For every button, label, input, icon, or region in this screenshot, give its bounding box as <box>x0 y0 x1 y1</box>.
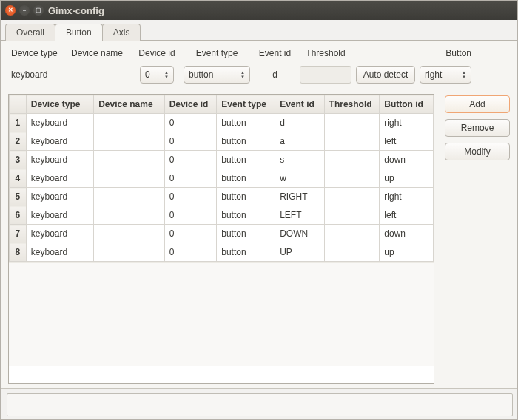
minimize-icon[interactable]: – <box>19 5 30 16</box>
col-event-type[interactable]: Event type <box>217 95 275 114</box>
cell-device-id[interactable]: 0 <box>164 114 217 132</box>
col-threshold[interactable]: Threshold <box>324 95 380 114</box>
cell-threshold[interactable] <box>324 243 380 262</box>
table-row[interactable]: 3keyboard0buttonsdown <box>10 151 434 169</box>
cell-threshold[interactable] <box>324 206 380 225</box>
cell-device-type[interactable]: keyboard <box>26 206 93 225</box>
cell-event-type[interactable]: button <box>217 225 275 243</box>
cell-event-type[interactable]: button <box>217 188 275 206</box>
tab-content: Device type Device name Device id Event … <box>1 41 517 388</box>
cell-device-type[interactable]: keyboard <box>26 188 93 206</box>
cell-event-id[interactable]: RIGHT <box>275 188 324 206</box>
row-number[interactable]: 7 <box>10 225 27 243</box>
cell-device-id[interactable]: 0 <box>164 151 217 169</box>
row-number[interactable]: 5 <box>10 188 27 206</box>
table-row[interactable]: 1keyboard0buttondright <box>10 114 434 132</box>
col-device-type[interactable]: Device type <box>26 95 93 114</box>
cell-button-id[interactable]: left <box>380 132 434 151</box>
cell-device-id[interactable]: 0 <box>164 243 217 262</box>
event-type-combo[interactable]: button ▲▼ <box>184 66 250 84</box>
cell-event-type[interactable]: button <box>217 169 275 188</box>
cell-event-id[interactable]: d <box>275 114 324 132</box>
cell-event-type[interactable]: button <box>217 206 275 225</box>
mapping-grid[interactable]: Device type Device name Device id Event … <box>8 94 434 384</box>
cell-button-id[interactable]: right <box>380 188 434 206</box>
cell-button-id[interactable]: left <box>380 206 434 225</box>
cell-threshold[interactable] <box>324 132 380 151</box>
cell-threshold[interactable] <box>324 151 380 169</box>
cell-device-id[interactable]: 0 <box>164 206 217 225</box>
cell-device-type[interactable]: keyboard <box>26 114 93 132</box>
cell-device-id[interactable]: 0 <box>164 169 217 188</box>
cell-device-type[interactable]: keyboard <box>26 132 93 151</box>
cell-threshold[interactable] <box>324 114 380 132</box>
cell-event-id[interactable]: s <box>275 151 324 169</box>
cell-event-id[interactable]: DOWN <box>275 225 324 243</box>
row-number[interactable]: 2 <box>10 132 27 151</box>
grid-corner <box>10 95 27 114</box>
label-button: Button <box>420 48 471 58</box>
event-id-value: d <box>255 70 295 80</box>
table-row[interactable]: 6keyboard0buttonLEFTleft <box>10 206 434 225</box>
cell-event-id[interactable]: w <box>275 169 324 188</box>
close-icon[interactable]: ✕ <box>5 5 16 16</box>
row-number[interactable]: 1 <box>10 114 27 132</box>
table-row[interactable]: 2keyboard0buttonaleft <box>10 132 434 151</box>
cell-threshold[interactable] <box>324 188 380 206</box>
cell-event-id[interactable]: LEFT <box>275 206 324 225</box>
cell-threshold[interactable] <box>324 225 380 243</box>
cell-button-id[interactable]: up <box>380 243 434 262</box>
cell-device-name[interactable] <box>94 132 165 151</box>
cell-event-type[interactable]: button <box>217 114 275 132</box>
col-device-name[interactable]: Device name <box>94 95 165 114</box>
col-event-id[interactable]: Event id <box>275 95 324 114</box>
cell-device-name[interactable] <box>94 169 165 188</box>
tab-button[interactable]: Button <box>55 24 103 41</box>
cell-event-type[interactable]: button <box>217 132 275 151</box>
cell-device-name[interactable] <box>94 206 165 225</box>
cell-device-type[interactable]: keyboard <box>26 169 93 188</box>
cell-device-type[interactable]: keyboard <box>26 225 93 243</box>
cell-device-name[interactable] <box>94 151 165 169</box>
cell-event-id[interactable]: UP <box>275 243 324 262</box>
table-row[interactable]: 8keyboard0buttonUPup <box>10 243 434 262</box>
remove-button[interactable]: Remove <box>445 119 510 137</box>
cell-device-id[interactable]: 0 <box>164 188 217 206</box>
tab-axis[interactable]: Axis <box>102 24 141 41</box>
cell-button-id[interactable]: down <box>380 225 434 243</box>
cell-device-type[interactable]: keyboard <box>26 243 93 262</box>
row-number[interactable]: 8 <box>10 243 27 262</box>
button-combo[interactable]: right ▲▼ <box>420 66 471 84</box>
cell-device-id[interactable]: 0 <box>164 225 217 243</box>
threshold-field[interactable] <box>300 66 352 84</box>
col-button-id[interactable]: Button id <box>380 95 434 114</box>
cell-device-name[interactable] <box>94 114 165 132</box>
row-number[interactable]: 4 <box>10 169 27 188</box>
grid-empty-area <box>9 262 434 366</box>
cell-button-id[interactable]: right <box>380 114 434 132</box>
col-device-id[interactable]: Device id <box>164 95 217 114</box>
window-title: Gimx-config <box>48 5 104 16</box>
maximize-icon[interactable]: ▢ <box>33 5 44 16</box>
cell-device-id[interactable]: 0 <box>164 132 217 151</box>
device-id-spinner[interactable]: 0 ▲▼ <box>140 66 174 84</box>
cell-device-name[interactable] <box>94 243 165 262</box>
table-row[interactable]: 5keyboard0buttonRIGHTright <box>10 188 434 206</box>
table-row[interactable]: 4keyboard0buttonwup <box>10 169 434 188</box>
modify-button[interactable]: Modify <box>445 143 510 160</box>
row-number[interactable]: 3 <box>10 151 27 169</box>
cell-event-type[interactable]: button <box>217 243 275 262</box>
tab-overall[interactable]: Overall <box>5 24 56 41</box>
cell-button-id[interactable]: up <box>380 169 434 188</box>
cell-event-id[interactable]: a <box>275 132 324 151</box>
cell-button-id[interactable]: down <box>380 151 434 169</box>
auto-detect-button[interactable]: Auto detect <box>356 66 415 84</box>
table-row[interactable]: 7keyboard0buttonDOWNdown <box>10 225 434 243</box>
cell-device-name[interactable] <box>94 225 165 243</box>
cell-event-type[interactable]: button <box>217 151 275 169</box>
cell-device-name[interactable] <box>94 188 165 206</box>
cell-threshold[interactable] <box>324 169 380 188</box>
row-number[interactable]: 6 <box>10 206 27 225</box>
add-button[interactable]: Add <box>445 95 510 113</box>
cell-device-type[interactable]: keyboard <box>26 151 93 169</box>
